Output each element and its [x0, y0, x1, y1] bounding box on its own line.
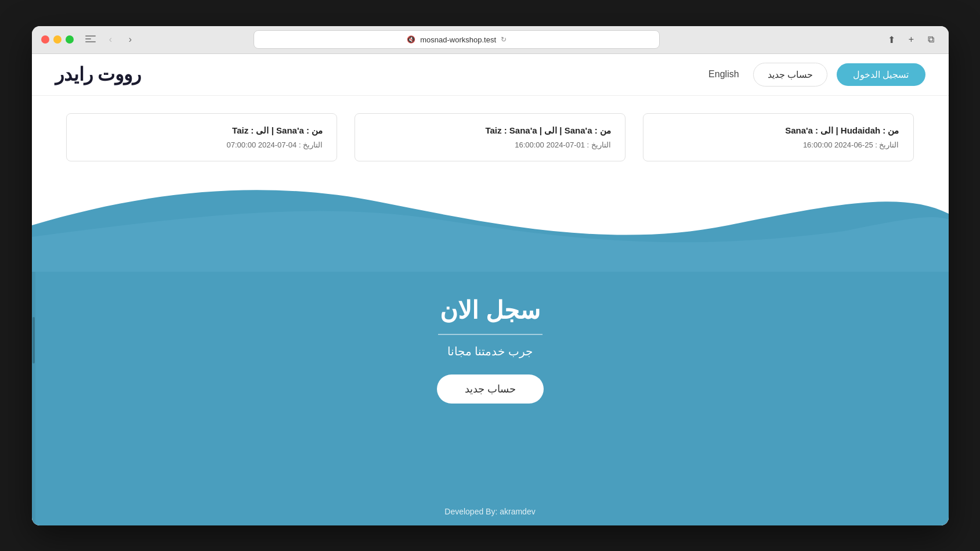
route-from-label-3: من : — [304, 125, 323, 135]
route-to-label-3: الى : — [248, 125, 269, 135]
page-content: تسجيل الدخول حساب جديد English رووت رايد… — [32, 54, 949, 525]
route-date-label-2: التاريخ : — [585, 141, 611, 149]
route-from-city-2: Sana'a — [565, 125, 592, 135]
cta-divider — [438, 334, 543, 335]
cta-content: سجل الان جرب خدمتنا مجانا حساب جديد — [32, 179, 949, 498]
new-tab-button[interactable]: + — [903, 31, 919, 48]
footer-credit: Developed By: akramdev — [32, 498, 949, 525]
url-text: mosnad-workshop.test — [420, 35, 496, 44]
register-button[interactable]: حساب جديد — [753, 63, 827, 87]
browser-titlebar: ‹ › 🔇 mosnad-workshop.test ↻ ⬆ + ⧉ — [32, 26, 949, 54]
browser-actions: ⬆ + ⧉ — [883, 31, 939, 48]
route-title-3: من : Sana'a | الى : Taiz — [81, 125, 323, 136]
route-card-2[interactable]: من : Sana'a | الى | Taiz : Sana'a التاري… — [355, 113, 625, 161]
route-date-1: التاريخ : 25-06-2024 16:00:00 — [657, 141, 899, 149]
forward-button[interactable]: › — [122, 31, 139, 48]
route-date-label-1: التاريخ : — [873, 141, 899, 149]
tabs-button[interactable]: ⧉ — [923, 31, 939, 48]
route-separator-2: | — [557, 125, 562, 135]
route-card-3[interactable]: من : Sana'a | الى : Taiz التاريخ : 04-07… — [66, 113, 337, 161]
browser-window: ‹ › 🔇 mosnad-workshop.test ↻ ⬆ + ⧉ تسجيل… — [32, 26, 949, 525]
reload-icon[interactable]: ↻ — [501, 35, 507, 44]
route-from-label-1: من : — [880, 125, 899, 135]
login-button[interactable]: تسجيل الدخول — [837, 63, 925, 86]
route-to-city-2: Sana'a — [509, 125, 537, 135]
traffic-lights — [41, 35, 74, 44]
cta-register-button[interactable]: حساب جديد — [437, 374, 544, 404]
address-bar[interactable]: 🔇 mosnad-workshop.test ↻ — [254, 30, 660, 49]
route-title-2: من : Sana'a | الى | Taiz : Sana'a — [369, 125, 611, 136]
minimize-button[interactable] — [53, 35, 62, 44]
share-button[interactable]: ⬆ — [883, 31, 899, 48]
route-date-value-1: 25-06-2024 16:00:00 — [803, 141, 873, 149]
nav-buttons-group: تسجيل الدخول حساب جديد English — [704, 63, 925, 87]
wave-section: سجل الان جرب خدمتنا مجانا حساب جديد Deve… — [32, 179, 949, 525]
sidebar-toggle[interactable] — [85, 35, 96, 44]
route-date-2: التاريخ : 01-07-2024 16:00:00 — [369, 141, 611, 149]
maximize-button[interactable] — [66, 35, 74, 44]
site-logo: رووت رايدر — [55, 63, 142, 85]
audio-icon: 🔇 — [407, 35, 415, 44]
route-date-value-2: 01-07-2024 16:00:00 — [515, 141, 585, 149]
language-button[interactable]: English — [704, 69, 743, 80]
back-button[interactable]: ‹ — [103, 31, 119, 48]
route-from-label-2: من : — [592, 125, 610, 135]
route-date-value-3: 04-07-2024 07:00:00 — [227, 141, 297, 149]
route-date-label-3: التاريخ : — [296, 141, 323, 149]
route-separator-3: | — [269, 125, 274, 135]
route-to-city-1: Sana'a — [785, 125, 813, 135]
route-card-1[interactable]: من : Hudaidah | الى : Sana'a التاريخ : 2… — [643, 113, 914, 161]
route-from-city-1: Hudaidah — [841, 125, 880, 135]
route-title-1: من : Hudaidah | الى : Sana'a — [657, 125, 899, 136]
cta-subtitle: جرب خدمتنا مجانا — [447, 344, 533, 358]
cta-title: سجل الان — [440, 296, 540, 325]
site-nav: تسجيل الدخول حساب جديد English رووت رايد… — [32, 54, 949, 96]
reload-icon-wrapper: ↻ — [501, 35, 507, 44]
route-to-label-1: الى : — [813, 125, 833, 135]
route-from-city-3: Sana'a — [276, 125, 304, 135]
close-button[interactable] — [41, 35, 49, 44]
address-bar-icons: 🔇 — [407, 35, 415, 44]
route-separator-1: | — [833, 125, 838, 135]
route-to-city-3: Taiz — [232, 125, 248, 135]
route-date-3: التاريخ : 04-07-2024 07:00:00 — [81, 141, 323, 149]
routes-section: من : Hudaidah | الى : Sana'a التاريخ : 2… — [32, 96, 949, 179]
nav-buttons: ‹ › — [103, 31, 139, 48]
